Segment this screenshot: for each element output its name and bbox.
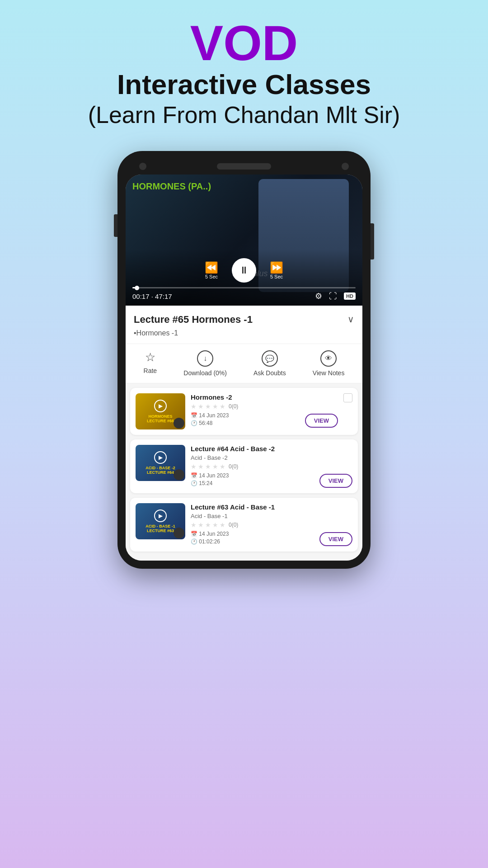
lecture-header: Lecture #65 Hormones -1 ∨ xyxy=(126,306,362,329)
star-4: ★ xyxy=(212,403,218,410)
lecture-info: Hormones -2 ★ ★ ★ ★ ★ 0(0) 📅 14 Jun 2023 xyxy=(191,393,338,428)
lecture-meta-group: 📅 14 Jun 2023 🕐 15:24 xyxy=(191,472,229,488)
star-2: ★ xyxy=(198,521,204,528)
star-1: ★ xyxy=(191,521,197,528)
star-3: ★ xyxy=(205,463,211,470)
rate-label: Rate xyxy=(144,367,157,374)
lecture-duration: 🕐 01:02:26 xyxy=(191,538,229,545)
stars-row: ★ ★ ★ ★ ★ 0(0) xyxy=(191,463,352,470)
thumbnail-play-icon: ▶ xyxy=(154,400,167,412)
star-1: ★ xyxy=(191,463,197,470)
video-player: HORMONES (PA..) RanKplus ⏪5 Sec ⏸ ⏩5 Sec xyxy=(126,175,362,306)
video-controls-overlay: ⏪5 Sec ⏸ ⏩5 Sec 00:17 xyxy=(126,249,362,306)
rate-action[interactable]: ☆ Rate xyxy=(144,350,157,377)
lecture-meta-group: 📅 14 Jun 2023 🕐 56:48 xyxy=(191,412,229,428)
view-button[interactable]: VIEW xyxy=(319,474,352,488)
lecture-sub-name: Acid - Base -1 xyxy=(191,513,352,519)
rewind-button[interactable]: ⏪5 Sec xyxy=(205,261,218,279)
view-notes-action[interactable]: 👁 View Notes xyxy=(313,350,345,377)
lecture-date: 📅 14 Jun 2023 xyxy=(191,412,229,419)
hd-badge: HD xyxy=(344,292,356,300)
download-label: Download (0%) xyxy=(183,369,227,377)
chat-icon: 💬 xyxy=(262,350,278,367)
lecture-thumbnail: ▶ ACID - BASE -2LECTURE #64 xyxy=(136,445,185,481)
view-button[interactable]: VIEW xyxy=(319,532,352,546)
star-5: ★ xyxy=(220,521,225,528)
action-bar: ☆ Rate ↓ Download (0%) 💬 Ask Doubts 👁 Vi… xyxy=(126,344,362,383)
lecture-meta-group: 📅 14 Jun 2023 🕐 01:02:26 xyxy=(191,531,229,546)
lecture-name: Lecture #63 Acid - Base -1 xyxy=(191,503,352,511)
lecture-sub-name: Acid - Base -2 xyxy=(191,454,352,461)
lecture-name: Lecture #64 Acid - Base -2 xyxy=(191,445,352,453)
progress-fill xyxy=(132,287,137,288)
table-row: ▶ ACID - BASE -1LECTURE #63 Lecture #63 … xyxy=(130,498,358,552)
download-icon: ↓ xyxy=(197,350,213,367)
header-subtitle2: (Learn From Chandan Mlt Sir) xyxy=(9,101,479,128)
video-bottom-controls: 00:17 · 47:17 ⚙ ⛶ HD xyxy=(132,291,356,301)
lecture-info: Lecture #64 Acid - Base -2 Acid - Base -… xyxy=(191,445,352,488)
star-icon: ☆ xyxy=(145,350,155,364)
rating-count: 0(0) xyxy=(229,403,238,410)
star-3: ★ xyxy=(205,403,211,410)
lecture-title: Lecture #65 Hormones -1 xyxy=(134,314,253,326)
notch-speaker xyxy=(217,163,271,170)
ask-doubts-label: Ask Doubts xyxy=(253,369,286,377)
progress-bar[interactable] xyxy=(132,287,356,288)
star-3: ★ xyxy=(205,521,211,528)
phone-notch xyxy=(126,159,362,175)
stars-row: ★ ★ ★ ★ ★ 0(0) xyxy=(191,403,338,410)
phone-body: HORMONES (PA..) RanKplus ⏪5 Sec ⏸ ⏩5 Sec xyxy=(117,151,371,569)
phone-mockup: HORMONES (PA..) RanKplus ⏪5 Sec ⏸ ⏩5 Sec xyxy=(0,151,488,569)
view-notes-label: View Notes xyxy=(313,369,345,377)
lecture-card-bottom: 📅 14 Jun 2023 🕐 56:48 VIEW xyxy=(191,412,338,428)
thumbnail-play-icon: ▶ xyxy=(154,509,167,522)
lecture-name: Hormones -2 xyxy=(191,393,338,401)
time-separator: · xyxy=(151,292,153,300)
thumbnail-label: HORMONESLECTURE #66 xyxy=(147,414,174,423)
star-2: ★ xyxy=(198,403,204,410)
lecture-date: 📅 14 Jun 2023 xyxy=(191,472,229,479)
volume-button xyxy=(114,214,117,237)
current-time: 00:17 xyxy=(132,292,150,300)
eye-icon: 👁 xyxy=(320,350,337,367)
star-5: ★ xyxy=(220,403,225,410)
lecture-list: ▶ HORMONESLECTURE #66 Hormones -2 ★ ★ ★ … xyxy=(126,383,362,561)
chevron-down-icon[interactable]: ∨ xyxy=(347,314,354,325)
header-subtitle1: Interactive Classes xyxy=(9,68,479,101)
power-button xyxy=(371,223,374,259)
notch-dot-left xyxy=(139,163,146,170)
video-time-display: 00:17 · 47:17 xyxy=(132,292,172,300)
lecture-duration: 🕐 15:24 xyxy=(191,480,229,486)
table-row: ▶ ACID - BASE -2LECTURE #64 Lecture #64 … xyxy=(130,439,358,493)
settings-icon[interactable]: ⚙ xyxy=(315,291,322,301)
playback-controls: ⏪5 Sec ⏸ ⏩5 Sec xyxy=(132,258,356,283)
lecture-card-bottom: 📅 14 Jun 2023 🕐 01:02:26 VIEW xyxy=(191,530,352,546)
fullscreen-icon[interactable]: ⛶ xyxy=(329,292,337,301)
download-action[interactable]: ↓ Download (0%) xyxy=(183,350,227,377)
lecture-subtitle: •Hormones -1 xyxy=(126,329,362,344)
thumbnail-label: ACID - BASE -1LECTURE #63 xyxy=(145,524,175,533)
lecture-thumbnail: ▶ ACID - BASE -1LECTURE #63 xyxy=(136,503,185,539)
rating-count: 0(0) xyxy=(229,463,238,470)
lecture-date: 📅 14 Jun 2023 xyxy=(191,531,229,537)
star-4: ★ xyxy=(212,463,218,470)
progress-dot xyxy=(135,286,139,290)
star-5: ★ xyxy=(220,463,225,470)
forward-button[interactable]: ⏩5 Sec xyxy=(270,261,283,279)
checkbox[interactable] xyxy=(343,393,352,402)
page-header: VOD Interactive Classes (Learn From Chan… xyxy=(0,0,488,137)
ask-doubts-action[interactable]: 💬 Ask Doubts xyxy=(253,350,286,377)
phone-screen: HORMONES (PA..) RanKplus ⏪5 Sec ⏸ ⏩5 Sec xyxy=(126,175,362,561)
lecture-card-bottom: 📅 14 Jun 2023 🕐 15:24 VIEW xyxy=(191,472,352,488)
pause-button[interactable]: ⏸ xyxy=(232,258,256,283)
notch-dot-right xyxy=(342,163,349,170)
star-1: ★ xyxy=(191,403,197,410)
lecture-thumbnail: ▶ HORMONESLECTURE #66 xyxy=(136,393,185,429)
total-time: 47:17 xyxy=(155,292,172,300)
lecture-info: Lecture #63 Acid - Base -1 Acid - Base -… xyxy=(191,503,352,546)
table-row: ▶ HORMONESLECTURE #66 Hormones -2 ★ ★ ★ … xyxy=(130,388,358,435)
star-4: ★ xyxy=(212,521,218,528)
rating-count: 0(0) xyxy=(229,522,238,528)
thumbnail-label: ACID - BASE -2LECTURE #64 xyxy=(145,466,175,475)
view-button[interactable]: VIEW xyxy=(305,414,338,428)
